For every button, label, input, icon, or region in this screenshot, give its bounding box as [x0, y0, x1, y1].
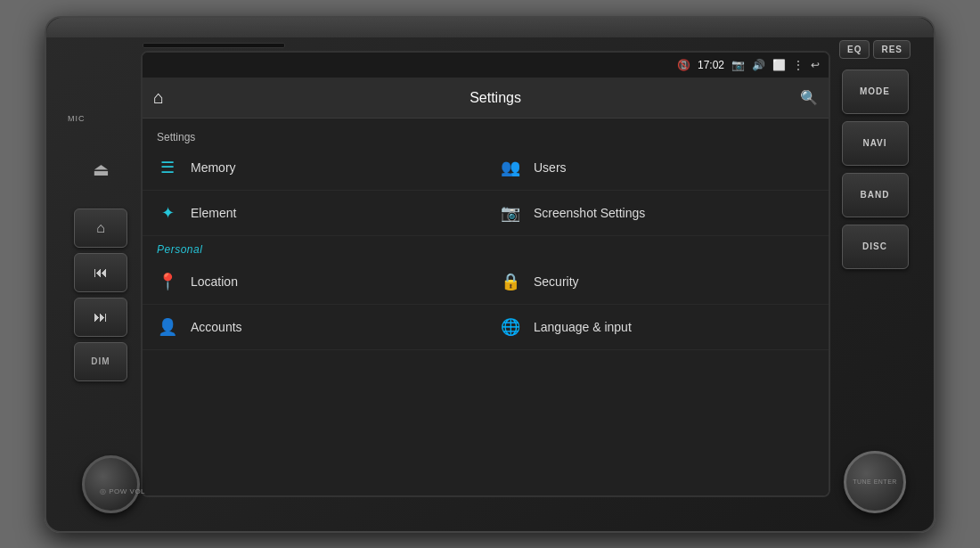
settings-grid-row3: 📍 Location 🔒 Security — [143, 259, 829, 305]
language-icon: 🌐 — [500, 317, 521, 337]
res-button[interactable]: RES — [873, 40, 911, 59]
settings-grid-row2: ✦ Element 📷 Screenshot Settings — [143, 191, 829, 236]
language-label: Language & input — [534, 320, 632, 334]
home-nav-button[interactable]: ⌂ — [74, 209, 127, 248]
settings-grid-row1: ☰ Memory 👥 Users — [143, 145, 829, 191]
volume-icon: 🔊 — [752, 59, 765, 71]
volume-knob[interactable] — [82, 455, 140, 513]
location-icon: 📍 — [157, 272, 178, 291]
eject-button[interactable]: ⏏ — [93, 159, 110, 180]
dim-button[interactable]: DIM — [74, 342, 127, 381]
cd-slot — [143, 43, 285, 48]
settings-item-screenshot[interactable]: 📷 Screenshot Settings — [486, 191, 829, 236]
top-bar: ⌂ Settings 🔍 — [143, 78, 829, 119]
tune-enter-knob[interactable]: TUNE ENTER — [844, 451, 906, 513]
no-signal-icon: 📵 — [677, 59, 690, 71]
rewind-button[interactable]: ⏮ — [74, 253, 127, 292]
settings-section-label: Settings — [143, 126, 829, 145]
accounts-icon: 👤 — [157, 317, 178, 337]
back-icon[interactable]: ↩ — [811, 59, 820, 71]
mic-label: MIC — [61, 114, 86, 123]
screen-container: 📵 17:02 📷 🔊 ⬜ ⋮ ↩ ⌂ Settings 🔍 Settings — [141, 51, 830, 496]
location-label: Location — [191, 274, 238, 289]
element-label: Element — [191, 206, 236, 220]
settings-item-users[interactable]: 👥 Users — [486, 145, 829, 191]
element-icon: ✦ — [157, 203, 178, 223]
settings-content: Settings ☰ Memory 👥 Users ✦ — [143, 119, 829, 495]
mode-button[interactable]: MODE — [842, 70, 909, 114]
right-panel: EQ RES MODE NAVI BAND DISC TUNE ENTER — [830, 27, 919, 522]
settings-grid-row4: 👤 Accounts 🌐 Language & input — [143, 305, 829, 350]
settings-item-element[interactable]: ✦ Element — [143, 191, 486, 236]
left-panel: MIC ⏏ ⌂ ⏮ ⏭ DIM — [61, 27, 141, 522]
eq-button[interactable]: EQ — [839, 40, 870, 59]
more-icon[interactable]: ⋮ — [793, 59, 804, 71]
screenshot-label: Screenshot Settings — [534, 206, 645, 220]
settings-item-accounts[interactable]: 👤 Accounts — [143, 305, 486, 350]
android-screen: 📵 17:02 📷 🔊 ⬜ ⋮ ↩ ⌂ Settings 🔍 Settings — [143, 53, 829, 495]
display-icon: ⬜ — [772, 59, 786, 71]
tune-label: TUNE ENTER — [853, 478, 897, 485]
top-bar-title: Settings — [173, 90, 818, 106]
security-icon: 🔒 — [500, 272, 521, 291]
search-icon[interactable]: 🔍 — [800, 89, 818, 106]
disc-button[interactable]: DISC — [842, 225, 909, 269]
users-label: Users — [534, 160, 567, 175]
settings-item-location[interactable]: 📍 Location — [143, 259, 486, 305]
screenshot-icon: 📷 — [500, 203, 521, 223]
personal-section-label: Personal — [143, 236, 829, 259]
head-unit: MIC ⏏ ⌂ ⏮ ⏭ DIM 📵 17:02 📷 🔊 ⬜ ⋮ ↩ ⌂ Sett… — [45, 16, 935, 533]
status-bar: 📵 17:02 📷 🔊 ⬜ ⋮ ↩ — [143, 53, 829, 78]
settings-item-security[interactable]: 🔒 Security — [486, 259, 829, 305]
accounts-label: Accounts — [191, 320, 242, 334]
memory-icon: ☰ — [157, 158, 178, 177]
status-time: 17:02 — [698, 59, 724, 71]
navi-button[interactable]: NAVI — [842, 121, 909, 166]
fast-forward-button[interactable]: ⏭ — [74, 298, 127, 337]
memory-label: Memory — [191, 160, 236, 175]
settings-item-language[interactable]: 🌐 Language & input — [486, 305, 829, 350]
users-icon: 👥 — [500, 158, 521, 177]
top-right-buttons: EQ RES — [839, 40, 911, 59]
pow-vol-label: ◎ POW VOL — [100, 487, 145, 495]
settings-item-memory[interactable]: ☰ Memory — [143, 145, 486, 191]
camera-icon: 📷 — [731, 59, 745, 71]
home-icon-button[interactable]: ⌂ — [153, 87, 164, 108]
band-button[interactable]: BAND — [842, 173, 909, 217]
security-label: Security — [534, 274, 579, 289]
